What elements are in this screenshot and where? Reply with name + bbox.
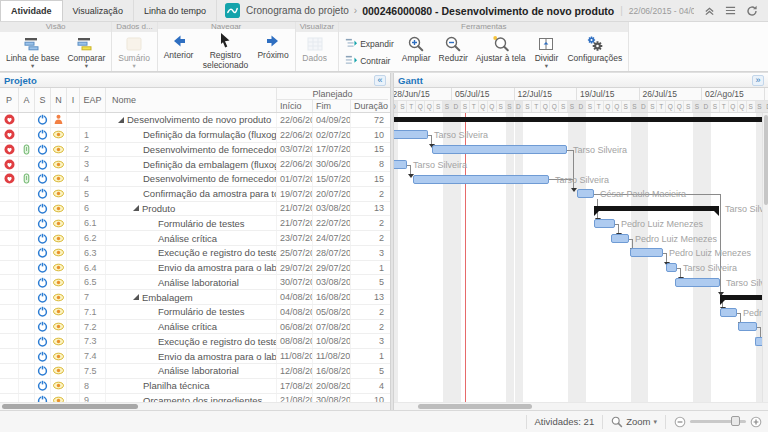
zoom-dropdown[interactable]: Zoom ▾: [611, 416, 657, 428]
col-header-inicio[interactable]: Início: [277, 100, 313, 112]
collapse-left-panel-icon[interactable]: «: [374, 75, 386, 86]
table-row[interactable]: 9Orçamento dos ingredientes21/08/201530/…: [0, 394, 390, 402]
eye-icon: [51, 379, 67, 393]
table-row[interactable]: 4Desenvolvimento de fornecedor para a em…: [0, 172, 390, 187]
gantt-hscrollbar-thumb[interactable]: [418, 404, 532, 409]
collapse-triangle-icon[interactable]: [133, 205, 139, 211]
gantt-task-bar[interactable]: [394, 160, 407, 169]
gantt-bar-label: Tarso Silveira: [413, 160, 467, 170]
gantt-task-bar[interactable]: [675, 278, 720, 287]
zoom-in-circle-icon[interactable]: [750, 416, 762, 428]
project-hscrollbar-thumb[interactable]: [2, 404, 138, 409]
breadcrumb-section[interactable]: Cronograma do projeto: [246, 5, 349, 16]
table-row[interactable]: 7Embalagem04/08/201516/08/201513: [0, 290, 390, 305]
col-header-duracao[interactable]: Duração: [351, 100, 388, 112]
table-row[interactable]: 6.1Formulário de testes21/07/201522/07/2…: [0, 216, 390, 231]
table-row[interactable]: 7.4Envio da amostra para o laboratório11…: [0, 349, 390, 364]
list-icon[interactable]: [725, 5, 736, 16]
gantt-day-cell: S: [497, 101, 506, 113]
tab-linha-do-tempo[interactable]: Linha do tempo: [134, 0, 217, 21]
table-row[interactable]: 6.5Análise laboratorial30/07/201503/08/2…: [0, 275, 390, 290]
proximo-button[interactable]: Próximo: [253, 30, 292, 60]
power-icon: [35, 290, 51, 304]
table-row[interactable]: 6.3Execução e registro do teste25/07/201…: [0, 246, 390, 261]
table-row[interactable]: 6Produto21/07/201503/08/201513: [0, 202, 390, 217]
col-header-fim[interactable]: Fim: [313, 100, 351, 112]
table-row[interactable]: 7.1Formulário de testes04/08/201505/08/2…: [0, 305, 390, 320]
gantt-task-bar[interactable]: [738, 322, 757, 331]
project-hscrollbar[interactable]: [0, 402, 390, 410]
cell-a: [19, 364, 35, 378]
table-row[interactable]: 5Confirmação da amostra para todas as av…: [0, 187, 390, 202]
collapse-triangle-icon[interactable]: [118, 117, 124, 123]
table-row[interactable]: 8Planilha técnica17/08/201520/08/20154: [0, 379, 390, 394]
col-header-nome[interactable]: Nome: [106, 88, 277, 112]
ajustar-a-tela-button[interactable]: Ajustar à tela: [472, 33, 530, 63]
table-row[interactable]: 1Definição da formulação (fluxograma do …: [0, 128, 390, 143]
zoom-slider-track[interactable]: [690, 420, 746, 423]
registro-selecionado-button[interactable]: Registro selecionado: [197, 30, 253, 70]
dependency-line: [431, 135, 432, 144]
col-header-p[interactable]: P: [0, 88, 19, 112]
zoom-out-circle-icon[interactable]: [674, 416, 686, 428]
expandir-button[interactable]: Expandir: [345, 37, 394, 51]
task-end-date: 24/07/2015: [313, 231, 351, 245]
gantt-task-bar[interactable]: [413, 175, 549, 184]
col-header-n[interactable]: N: [51, 88, 67, 112]
linha-de-base-button[interactable]: Linha de base▾: [2, 33, 63, 68]
gantt-summary-bar[interactable]: [394, 117, 762, 122]
collapse-ribbon-icon[interactable]: [704, 5, 715, 16]
task-end-date: 03/08/2015: [313, 202, 351, 216]
gantt-task-bar[interactable]: [594, 219, 615, 228]
gantt-task-bar[interactable]: [611, 234, 629, 243]
gantt-task-bar[interactable]: [432, 145, 567, 154]
col-header-i[interactable]: I: [67, 88, 80, 112]
table-row[interactable]: 7.2Análise crítica06/08/201507/08/20152: [0, 320, 390, 335]
collapse-triangle-icon[interactable]: [133, 294, 139, 300]
table-row[interactable]: 6.4Envio da amostra para o laboratório29…: [0, 261, 390, 276]
anterior-button[interactable]: Anterior: [160, 30, 198, 60]
table-row[interactable]: 7.3Execução e registro do teste08/08/201…: [0, 334, 390, 349]
task-duration: 1: [351, 261, 388, 275]
gantt-summary-bar[interactable]: [720, 295, 768, 300]
dependency-line: [410, 165, 411, 174]
task-duration: 13: [351, 202, 388, 216]
task-eap: 9: [80, 394, 106, 402]
reduzir-button[interactable]: Reduzir: [435, 33, 472, 63]
tab-visualizacao[interactable]: Visualização: [63, 0, 134, 21]
gantt-task-bar[interactable]: [394, 130, 428, 139]
gantt-summary-bar[interactable]: [594, 206, 719, 211]
comparar-button[interactable]: Comparar▾: [63, 33, 109, 68]
gantt-task-bar[interactable]: [630, 248, 663, 257]
table-row[interactable]: 2Desenvolvimento de fornecedores para os…: [0, 143, 390, 158]
table-row[interactable]: 6.2Análise crítica23/07/201524/07/20152: [0, 231, 390, 246]
gantt-task-bar[interactable]: [720, 308, 737, 317]
gantt-task-bar[interactable]: [577, 189, 594, 198]
configuracoes-button[interactable]: Configurações: [563, 33, 626, 63]
col-header-s[interactable]: S: [35, 88, 51, 112]
gantt-vscrollbar[interactable]: [762, 113, 768, 402]
contrair-button[interactable]: Contrair: [345, 54, 394, 68]
tab-atividade[interactable]: Atividade: [0, 0, 63, 21]
col-header-a[interactable]: A: [19, 88, 35, 112]
gantt-task-bar[interactable]: [666, 263, 677, 272]
table-row[interactable]: 3Definição da embalagem (fluxograma do p…: [0, 157, 390, 172]
zoom-slider-knob[interactable]: [731, 416, 740, 426]
table-row[interactable]: 7.5Análise laboratorial12/08/201516/08/2…: [0, 364, 390, 379]
refresh-icon[interactable]: [746, 5, 758, 17]
eye-icon: [51, 157, 67, 171]
summary-cap: [714, 211, 719, 216]
col-header-eap[interactable]: EAP: [80, 88, 106, 112]
table-row[interactable]: Desenvolvimento de novo produto22/06/201…: [0, 113, 390, 128]
ampliar-button[interactable]: Ampliar: [398, 33, 435, 63]
power-icon: [35, 187, 51, 201]
task-name: Execução e registro do teste: [106, 246, 277, 260]
gantt-day-cell: S: [443, 101, 452, 113]
cell-a: [19, 231, 35, 245]
gantt-vscrollbar-thumb[interactable]: [764, 115, 768, 205]
collapse-right-panel-icon[interactable]: »: [752, 75, 764, 86]
task-duration: 2: [351, 231, 388, 245]
cell-a: [19, 334, 35, 348]
dividir-button[interactable]: Dividir▾: [529, 33, 563, 68]
gantt-hscrollbar[interactable]: [394, 402, 768, 410]
